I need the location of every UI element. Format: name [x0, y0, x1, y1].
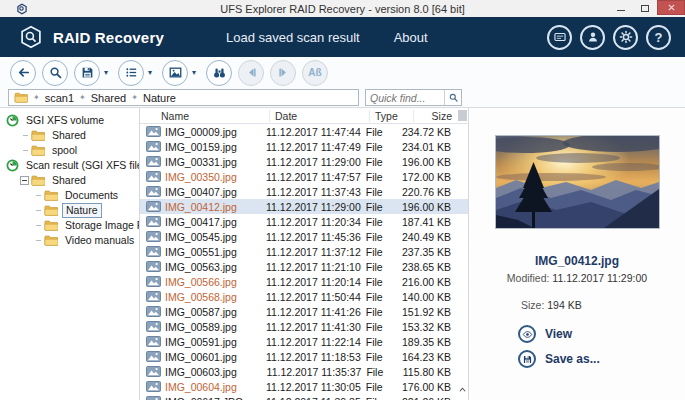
file-row-img-00617-jpg[interactable]: IMG_00617.JPG11.12.2017 11:30:35File221.… [140, 394, 468, 400]
file-row-img-00568-jpg[interactable]: IMG_00568.jpg11.12.2017 11:50:44File140.… [140, 289, 468, 304]
quick-find-button[interactable] [444, 90, 461, 105]
image-tools-dropdown-caret[interactable]: ▾ [192, 68, 200, 77]
view-options-button[interactable] [118, 60, 144, 86]
tree-item-storage-image-files[interactable]: Storage Image Files [0, 218, 139, 233]
preview-size: Size: 194 KB [521, 299, 685, 311]
file-date-cell: 11.12.2017 11:29:00 [261, 201, 361, 213]
maximize-button[interactable] [633, 0, 657, 16]
file-row-img-00412-jpg[interactable]: IMG_00412.jpg11.12.2017 11:29:00File196.… [140, 199, 468, 214]
file-type-cell: File [361, 246, 402, 258]
tree-item-label: SGI XFS volume [23, 114, 107, 127]
file-type-cell: File [361, 321, 402, 333]
file-size-cell: 196.00 KB [402, 156, 468, 168]
tree-item-video-manuals[interactable]: Video manuals [0, 233, 139, 248]
tree-item-shared[interactable]: Shared [0, 128, 139, 143]
tree-dash-icon [19, 135, 31, 136]
find-button[interactable] [206, 60, 232, 86]
folder-icon [44, 189, 58, 202]
file-row-img-00563-jpg[interactable]: IMG_00563.jpg11.12.2017 11:21:10File238.… [140, 259, 468, 274]
file-row-img-00604-jpg[interactable]: IMG_00604.jpg11.12.2017 11:30:05File176.… [140, 379, 468, 394]
image-file-icon [146, 366, 161, 377]
file-name: IMG_00617.JPG [165, 396, 243, 400]
settings-button[interactable] [613, 25, 638, 50]
window-title: UFS Explorer RAID Recovery - version 8.0… [0, 3, 685, 15]
license-button[interactable] [547, 25, 572, 50]
tree-item-label: Shared [49, 129, 89, 142]
tree-item-scan-result-sgi-xfs-file-system-3-72-gb[interactable]: Scan result (SGI XFS file system; 3.72 G… [0, 158, 139, 173]
file-date-cell: 11.12.2017 11:20:14 [261, 276, 361, 288]
folder-icon [44, 219, 58, 232]
file-row-img-00601-jpg[interactable]: IMG_00601.jpg11.12.2017 11:18:53File164.… [140, 349, 468, 364]
crumb-separator-icon: ✦ [79, 93, 86, 102]
user-account-button[interactable] [580, 25, 605, 50]
file-type-cell: File [361, 396, 402, 400]
floppy-icon [522, 354, 533, 365]
back-button[interactable] [10, 60, 36, 86]
file-type-cell: File [361, 156, 402, 168]
breadcrumb-item-nature[interactable]: Nature [143, 92, 176, 104]
file-row-img-00587-jpg[interactable]: IMG_00587.jpg11.12.2017 11:41:26File151.… [140, 304, 468, 319]
file-type-cell: File [361, 276, 402, 288]
tree-item-sgi-xfs-volume[interactable]: SGI XFS volume [0, 113, 139, 128]
file-name-cell: IMG_00545.jpg [140, 231, 261, 243]
eye-icon-circle [518, 325, 536, 343]
minimize-icon [617, 10, 625, 11]
file-size-cell: 187.41 KB [402, 216, 468, 228]
column-header-type[interactable]: Type [370, 110, 414, 122]
breadcrumb-item-scan1[interactable]: scan1 [45, 92, 74, 104]
file-row-img-00417-jpg[interactable]: IMG_00417.jpg11.12.2017 11:20:34File187.… [140, 214, 468, 229]
tree-item-label: Nature [62, 203, 102, 218]
file-type-cell: File [361, 186, 402, 198]
file-row-img-00407-jpg[interactable]: IMG_00407.jpg11.12.2017 11:37:43File220.… [140, 184, 468, 199]
save-button[interactable] [74, 60, 100, 86]
menu-load-saved-scan-result[interactable]: Load saved scan result [226, 30, 360, 45]
tree-item-spool[interactable]: spool [0, 143, 139, 158]
menu-about[interactable]: About [394, 30, 428, 45]
column-header-name[interactable]: Name [140, 110, 270, 122]
file-list-rows: IMG_00009.jpg11.12.2017 11:47:44File234.… [140, 124, 468, 400]
file-type-cell: File [361, 351, 402, 363]
breadcrumb-item-shared[interactable]: Shared [91, 92, 126, 104]
scan-button[interactable] [42, 60, 68, 86]
breadcrumb[interactable]: ✦scan1✦Shared✦Nature [8, 89, 359, 106]
file-date-cell: 11.12.2017 11:30:35 [261, 396, 361, 400]
tree-dash-icon [32, 240, 44, 241]
tree-item-shared[interactable]: Shared [0, 173, 139, 188]
save-dropdown-caret[interactable]: ▾ [104, 68, 112, 77]
image-file-icon [146, 156, 161, 167]
column-header-date[interactable]: Date [270, 110, 370, 122]
collapse-toggle-icon[interactable] [20, 176, 29, 185]
file-row-img-00591-jpg[interactable]: IMG_00591.jpg11.12.2017 11:22:14File189.… [140, 334, 468, 349]
file-row-img-00551-jpg[interactable]: IMG_00551.jpg11.12.2017 11:37:12File237.… [140, 244, 468, 259]
close-button[interactable] [657, 0, 685, 15]
file-row-img-00350-jpg[interactable]: IMG_00350.jpg11.12.2017 11:47:57File172.… [140, 169, 468, 184]
file-size-cell: 196.00 KB [402, 201, 468, 213]
scroll-up-button[interactable] [457, 387, 468, 392]
list-icon [124, 65, 139, 80]
tree-item-documents[interactable]: Documents [0, 188, 139, 203]
minimize-button[interactable] [609, 0, 633, 16]
file-name-cell: IMG_00568.jpg [140, 291, 261, 303]
title-bar: UFS Explorer RAID Recovery - version 8.0… [0, 0, 685, 17]
quick-find-input[interactable] [366, 92, 444, 104]
image-file-icon [146, 351, 161, 362]
image-file-icon [146, 126, 161, 137]
tree-item-nature[interactable]: Nature [0, 203, 139, 218]
image-tools-button[interactable] [162, 60, 188, 86]
view-options-dropdown-caret[interactable]: ▾ [148, 68, 156, 77]
view-button[interactable]: View [518, 325, 685, 343]
file-row-img-00331-jpg[interactable]: IMG_00331.jpg11.12.2017 11:29:00File196.… [140, 154, 468, 169]
file-row-img-00603-jpg[interactable]: IMG_00603.jpg11.12.2017 11:35:37File115.… [140, 364, 468, 379]
file-row-img-00159-jpg[interactable]: IMG_00159.jpg11.12.2017 11:47:49File234.… [140, 139, 468, 154]
find-next-button [270, 60, 296, 86]
file-name-cell: IMG_00417.jpg [140, 216, 261, 228]
file-name: IMG_00417.jpg [165, 216, 237, 228]
file-row-img-00589-jpg[interactable]: IMG_00589.jpg11.12.2017 11:41:30File153.… [140, 319, 468, 334]
save-as-button[interactable]: Save as... [518, 350, 685, 368]
file-name: IMG_00604.jpg [165, 381, 237, 393]
help-button[interactable]: ? [646, 25, 671, 50]
file-row-img-00009-jpg[interactable]: IMG_00009.jpg11.12.2017 11:47:44File234.… [140, 124, 468, 139]
file-row-img-00545-jpg[interactable]: IMG_00545.jpg11.12.2017 11:45:36File240.… [140, 229, 468, 244]
file-row-img-00566-jpg[interactable]: IMG_00566.jpg11.12.2017 11:20:14File216.… [140, 274, 468, 289]
find-previous-button [238, 60, 264, 86]
